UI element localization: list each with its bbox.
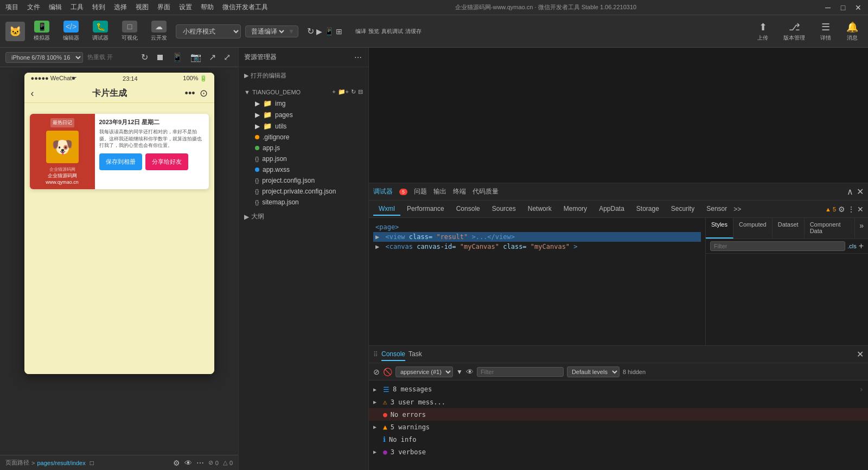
menu-item-tools[interactable]: 工具: [71, 3, 84, 12]
debugger-tool-btn[interactable]: 🐛 调试器: [88, 18, 113, 44]
console-tab-main[interactable]: Console: [451, 203, 486, 216]
file-link-icon[interactable]: □: [90, 459, 94, 467]
more-tabs-btn[interactable]: >>: [733, 205, 741, 213]
page-path-link[interactable]: pages/result/index: [37, 460, 85, 466]
window-controls[interactable]: ─ □ ✕: [824, 3, 863, 12]
menu-item-project[interactable]: 项目: [5, 3, 18, 12]
file-project-private[interactable]: {} project.private.config.json: [239, 186, 368, 197]
maximize-button[interactable]: □: [839, 3, 847, 12]
sim-share-btn[interactable]: ↗: [207, 51, 218, 63]
cls-label[interactable]: .cls: [847, 243, 857, 249]
verbose-expand-icon[interactable]: ▶: [373, 449, 380, 455]
mode-select[interactable]: 小程序模式: [176, 24, 241, 38]
more-devtools-btn[interactable]: ⋮: [847, 205, 855, 214]
menu-item-interface[interactable]: 界面: [157, 3, 170, 12]
eye-preview-icon[interactable]: 👁: [184, 459, 192, 467]
refresh-project-icon[interactable]: ↻: [351, 88, 356, 95]
console-item-user-messages[interactable]: ▶ ⚠ 3 user mess...: [369, 396, 868, 408]
add-style-btn[interactable]: +: [859, 241, 864, 251]
gear-settings-icon[interactable]: ⚙: [173, 459, 180, 467]
sim-stop-btn[interactable]: ⏹: [154, 51, 167, 63]
sim-phone-btn[interactable]: 📱: [170, 51, 185, 63]
task-tab-btn[interactable]: Task: [409, 348, 422, 361]
sensor-tab[interactable]: Sensor: [701, 203, 732, 216]
canvas-expand-icon[interactable]: ▶: [375, 243, 379, 250]
share-to-friend-btn[interactable]: 分享给好友: [145, 153, 188, 170]
editor-tool-btn[interactable]: </> 编辑器: [59, 18, 84, 44]
collapse-all-icon[interactable]: ⊟: [358, 88, 363, 95]
minimize-button[interactable]: ─: [824, 3, 832, 12]
folder-pages[interactable]: ▶ 📁 pages: [239, 109, 368, 120]
version-mgr-btn[interactable]: ⎇ 版本管理: [779, 19, 809, 44]
ban-icon[interactable]: ⊘: [373, 368, 380, 376]
compile-btn[interactable]: ↻ ▶ 📱 ⊞: [303, 24, 347, 38]
console-item-verbose[interactable]: ▶ ● 3 verbose: [369, 446, 868, 458]
view-expand-icon[interactable]: ▶: [375, 233, 379, 241]
file-appwxss[interactable]: app.wxss: [239, 164, 368, 175]
more-dots-icon[interactable]: •••: [185, 88, 195, 99]
cloud-tool-btn[interactable]: ☁ 云开发: [146, 18, 171, 44]
menu-item-file[interactable]: 文件: [27, 3, 40, 12]
details-btn[interactable]: ☰ 详情: [816, 19, 835, 44]
appdata-tab[interactable]: AppData: [593, 203, 630, 216]
console-tab-btn[interactable]: Console: [381, 348, 405, 361]
console-item-messages[interactable]: ▶ ☰ 8 messages ›: [369, 383, 868, 396]
close-button[interactable]: ✕: [854, 3, 863, 12]
output-tab[interactable]: 输出: [433, 187, 446, 196]
user-messages-expand-icon[interactable]: ▶: [373, 399, 380, 405]
menu-item-edit[interactable]: 编辑: [49, 3, 62, 12]
appservice-select[interactable]: appservice (#1): [395, 366, 453, 377]
file-project-config[interactable]: {} project.config.json: [239, 175, 368, 186]
level-select[interactable]: Default levels: [567, 366, 620, 377]
menu-item-select[interactable]: 选择: [114, 3, 127, 12]
sim-screenshot-btn[interactable]: 📷: [188, 51, 203, 63]
styles-filter-input[interactable]: [710, 241, 845, 251]
open-editors-header[interactable]: ▶ 打开的编辑器: [239, 69, 368, 82]
debugger-section-label[interactable]: 调试器: [373, 187, 393, 196]
device-select[interactable]: iPhone 6/7/8 100% 16: [5, 52, 83, 63]
outline-section[interactable]: ▶ 大纲: [239, 210, 368, 223]
compile-select[interactable]: 普通编译: [249, 27, 286, 36]
clear-console-icon[interactable]: 🚫: [383, 368, 392, 376]
add-folder-icon[interactable]: 📁+: [338, 88, 349, 95]
save-to-album-btn[interactable]: 保存到相册: [99, 153, 142, 170]
dom-panel[interactable]: <page> ▶ <view class= "result" >...</vie…: [369, 218, 705, 345]
problems-tab[interactable]: 问题: [414, 187, 427, 196]
collapse-devtools-btn[interactable]: ∧: [847, 186, 853, 197]
console-item-info[interactable]: ℹ No info: [369, 433, 868, 446]
file-appjson[interactable]: {} app.json: [239, 153, 368, 164]
sources-tab[interactable]: Sources: [487, 203, 521, 216]
warnings-expand-icon[interactable]: ▶: [373, 424, 380, 430]
file-gitignore[interactable]: .gitignore: [239, 132, 368, 143]
memory-tab[interactable]: Memory: [558, 203, 592, 216]
close-wxml-btn[interactable]: ✕: [857, 205, 864, 214]
code-quality-tab[interactable]: 代码质量: [473, 187, 499, 196]
sim-expand-btn[interactable]: ⤢: [221, 51, 233, 63]
dom-line-view[interactable]: ▶ <view class= "result" >...</view>: [373, 232, 701, 242]
storage-tab[interactable]: Storage: [631, 203, 665, 216]
visualize-tool-btn[interactable]: □ 可视化: [117, 18, 142, 44]
dom-line-canvas[interactable]: ▶ <canvas canvas-id= "myCanvas" class= "…: [373, 242, 701, 252]
menu-item-goto[interactable]: 转到: [92, 3, 105, 12]
more-options-icon[interactable]: ⋯: [196, 459, 204, 467]
performance-tab[interactable]: Performance: [401, 203, 450, 216]
styles-tab[interactable]: Styles: [706, 218, 733, 239]
dataset-tab[interactable]: Dataset: [773, 218, 805, 239]
close-console-btn[interactable]: ✕: [857, 349, 864, 359]
messages-expand-icon[interactable]: ▶: [373, 387, 380, 392]
record-icon[interactable]: ⊙: [200, 87, 208, 99]
dom-line-page[interactable]: <page>: [373, 222, 701, 232]
menu-item-help[interactable]: 帮助: [201, 3, 214, 12]
component-data-tab[interactable]: Component Data: [805, 218, 856, 239]
console-item-warnings[interactable]: ▶ ▲ 5 warnings: [369, 421, 868, 433]
more-sidebar-tabs-btn[interactable]: »: [855, 218, 868, 239]
upload-btn[interactable]: ⬆ 上传: [753, 19, 773, 44]
menu-item-view[interactable]: 视图: [136, 3, 149, 12]
console-filter-input[interactable]: [477, 367, 564, 377]
folder-img[interactable]: ▶ 📁 img: [239, 98, 368, 109]
terminal-tab[interactable]: 终端: [453, 187, 466, 196]
back-icon[interactable]: ‹: [31, 88, 34, 99]
console-item-errors[interactable]: ● No errors: [369, 408, 868, 421]
sim-refresh-btn[interactable]: ↻: [139, 51, 150, 63]
menu-item-wechat-tools[interactable]: 微信开发者工具: [222, 3, 268, 12]
